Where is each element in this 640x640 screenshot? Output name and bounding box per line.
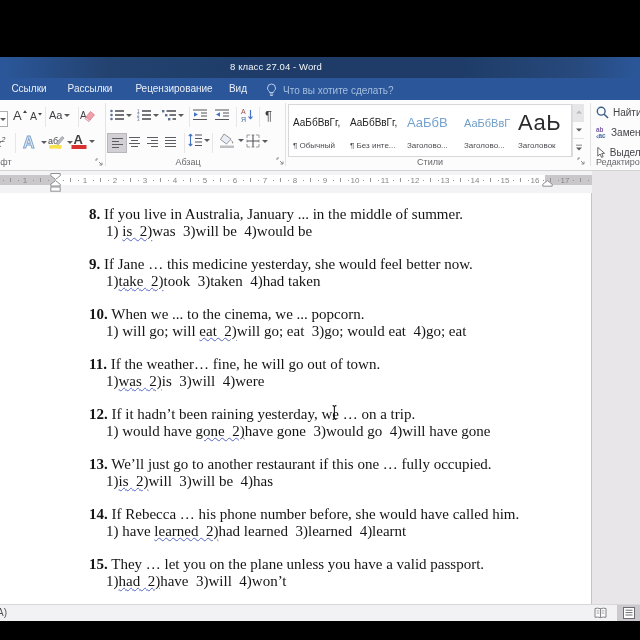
ruler-number: 6 xyxy=(233,176,237,184)
answer-options: 1)take 2)took 3)taken 4)had taken xyxy=(89,273,549,290)
i-decor xyxy=(129,143,140,144)
ruler-tick xyxy=(198,180,199,181)
clear-formatting-button[interactable]: А xyxy=(80,109,95,123)
numbering-button[interactable]: 1 2 3 xyxy=(137,109,159,121)
left-indent-marker[interactable] xyxy=(50,180,61,192)
style-normal[interactable]: АаБбВвГг, ¶ Обычный xyxy=(293,108,346,154)
styles-scroll-down[interactable] xyxy=(573,122,584,140)
line-spacing-button[interactable] xyxy=(188,133,210,147)
font-dialog-launcher[interactable] xyxy=(95,158,103,166)
question: 8. If you live in Australia, January ...… xyxy=(89,206,549,240)
group-separator xyxy=(236,107,237,127)
style-label: ¶ Без инте... xyxy=(350,141,403,150)
dropdown-arrow-icon xyxy=(89,140,95,143)
sort-button[interactable]: А Я xyxy=(241,108,254,122)
ruler-tick xyxy=(483,180,484,181)
right-indent-marker[interactable] xyxy=(542,180,553,187)
styles-dialog-launcher[interactable] xyxy=(577,157,585,165)
align-left-button[interactable] xyxy=(107,133,127,153)
first-line-indent-marker[interactable] xyxy=(50,173,61,180)
text-decor: Я xyxy=(241,116,246,123)
ruler-tick xyxy=(318,180,319,181)
question-line: 9. If Jane … this medicine yesterday, sh… xyxy=(89,256,549,273)
i-decor xyxy=(112,141,119,142)
increase-indent-button[interactable] xyxy=(215,109,229,121)
style-title[interactable]: АаЬ Заголовок xyxy=(518,108,573,154)
text-decor: А xyxy=(23,134,35,150)
style-heading1[interactable]: АаБбВ Заголово... xyxy=(407,108,460,154)
grammar-squiggle: learned 2) xyxy=(154,523,218,539)
ruler-tick xyxy=(108,180,109,181)
ruler-number: 1 xyxy=(83,176,87,184)
ruler-tick xyxy=(250,178,251,182)
align-center-button[interactable] xyxy=(129,135,140,149)
text-decor: А xyxy=(74,133,84,147)
dropdown-arrow-icon xyxy=(262,140,268,143)
group-divider xyxy=(590,103,591,166)
tab-review[interactable]: Рецензирование xyxy=(135,83,212,94)
ruler-number: 15 xyxy=(501,176,510,184)
highlight-button[interactable]: аб xyxy=(48,135,73,150)
pilcrow-button[interactable]: ¶ xyxy=(265,108,272,123)
tell-me-box[interactable]: Что вы хотите сделать? xyxy=(266,82,394,98)
paragraph-dialog-launcher[interactable] xyxy=(276,157,284,165)
rect-decor xyxy=(168,118,170,120)
path-decor xyxy=(277,158,283,164)
i-decor xyxy=(112,147,119,148)
tab-view[interactable]: Вид xyxy=(229,83,247,94)
dropdown-arrow-icon xyxy=(204,139,210,142)
question-number: 9. xyxy=(89,256,100,272)
ruler-tick xyxy=(513,180,514,181)
rect-decor xyxy=(72,145,87,149)
shading-button[interactable] xyxy=(219,133,244,148)
find-button[interactable]: Найти xyxy=(596,106,640,119)
style-no-spacing[interactable]: АаБбВвГг, ¶ Без инте... xyxy=(350,108,403,154)
decrease-indent-button[interactable] xyxy=(193,109,207,121)
justify-button[interactable] xyxy=(165,135,176,149)
question: 9. If Jane … this medicine yesterday, sh… xyxy=(89,256,549,290)
ruler[interactable]: 11234567891011121314151617 xyxy=(0,171,592,193)
styles-scroll-up[interactable] xyxy=(573,104,584,122)
shrink-font-button[interactable]: А xyxy=(30,110,42,121)
ruler-tick xyxy=(430,178,431,182)
style-label: ¶ Обычный xyxy=(293,141,346,150)
option-text: 1) xyxy=(106,373,119,389)
document-page[interactable]: 8. If you live in Australia, January ...… xyxy=(0,193,592,604)
tab-mailings[interactable]: Рассылки xyxy=(68,83,113,94)
ruler-tick xyxy=(303,180,304,181)
search-icon xyxy=(596,106,609,119)
grow-font-button[interactable]: А xyxy=(13,108,27,121)
replace-button[interactable]: ab ac Заменить xyxy=(596,126,640,139)
tab-references[interactable]: Ссылки xyxy=(11,83,46,94)
text-decor: А xyxy=(13,108,22,121)
print-layout-icon xyxy=(623,607,635,619)
svg-decor xyxy=(276,157,284,165)
question-line: 8. If you live in Australia, January ...… xyxy=(89,206,549,223)
multilevel-list-button[interactable] xyxy=(162,109,184,121)
group-separator xyxy=(259,107,260,127)
question-number: 10. xyxy=(89,306,108,322)
ruler-tick xyxy=(220,178,221,182)
path-decor xyxy=(543,181,552,187)
print-layout-button[interactable] xyxy=(617,605,640,621)
text-effects-button[interactable]: А xyxy=(22,134,47,150)
answer-options: 1) would have gone 2)have gone 3)would g… xyxy=(89,423,549,440)
path-decor xyxy=(49,145,62,149)
answer-options: 1) will go; will eat 2)will go; eat 3)go… xyxy=(89,323,549,340)
font-size-box[interactable] xyxy=(0,111,8,127)
font-color-button[interactable]: А xyxy=(71,133,95,149)
language-indicator[interactable]: А) xyxy=(0,607,7,618)
align-right-button[interactable] xyxy=(147,135,158,149)
read-mode-button[interactable] xyxy=(594,607,607,619)
styles-gallery-more[interactable] xyxy=(573,139,584,157)
bullets-button[interactable] xyxy=(110,109,132,121)
borders-button[interactable] xyxy=(246,134,268,148)
ruler-tick xyxy=(528,180,529,181)
ruler-number: 8 xyxy=(293,176,297,184)
ribbon-tab-row: Ссылки Рассылки Рецензирование Вид Что в… xyxy=(0,78,640,100)
style-heading2[interactable]: АаБбВвГ Заголово... xyxy=(464,108,517,154)
ruler-tick xyxy=(100,178,101,182)
style-label: Заголово... xyxy=(407,141,460,150)
superscript-button[interactable]: х2 xyxy=(0,136,5,149)
change-case-button[interactable]: Aa xyxy=(49,109,70,121)
